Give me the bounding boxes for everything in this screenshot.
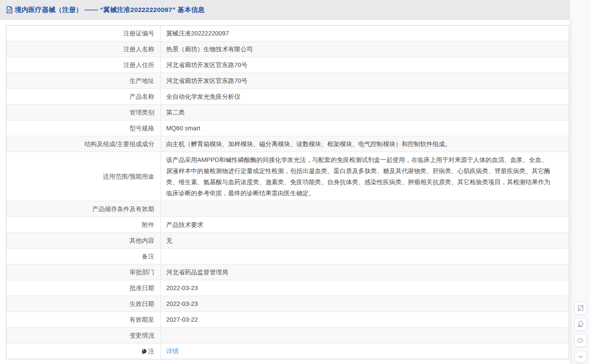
row-value: MQ60 smart — [161, 120, 569, 136]
row-label: 型号规格 — [129, 124, 154, 132]
table-row: 管理类别 第二类 — [6, 105, 569, 120]
row-value — [161, 249, 569, 264]
crop-icon — [577, 304, 584, 312]
detail-link[interactable]: 详情 — [161, 343, 569, 359]
table-row: 结构及组成/主要组成成分 由主机（孵育箱模块、加样模块、磁分离模块、读数模块、框… — [6, 136, 569, 152]
table-row: 注册人住所 河北省廊坊开发区官东路70号 — [6, 57, 569, 73]
table-row: 其他内容 无 — [6, 233, 569, 249]
row-label: 注册人住所 — [123, 61, 155, 69]
row-label: 生产地址 — [129, 77, 154, 85]
row-label: 管理类别 — [129, 109, 154, 117]
table-row: 注册人名称 热景（廊坊）生物技术有限公司 — [6, 41, 569, 57]
row-label: 审批部门 — [129, 268, 154, 276]
table-row: 产品名称 全自动化学发光免疫分析仪 — [6, 89, 569, 105]
row-value: 无 — [161, 233, 569, 248]
table-row: 审批部门 河北省药品监督管理局 — [6, 264, 569, 280]
row-value: 河北省廊坊开发区官东路70号 — [161, 57, 569, 73]
page-title: 境内医疗器械（注册） —— “冀械注准20222220097” 基本信息 — [15, 6, 205, 15]
row-label: 注册人名称 — [123, 45, 155, 53]
row-label: 批准日期 — [129, 284, 154, 292]
table-row: 生效日期 2022-03-23 — [6, 296, 569, 312]
content-card: 注册证编号 冀械注准20222220097 注册人名称 热景（廊坊）生物技术有限… — [0, 20, 570, 364]
row-value: 河北省药品监督管理局 — [161, 264, 569, 280]
table-row: 有效期至 2027-03-22 — [6, 312, 569, 328]
table-row: 注册证编号 冀械注准20222220097 — [6, 26, 569, 41]
row-label: 注册证编号 — [123, 29, 155, 38]
shape-overlay-icon — [577, 337, 584, 344]
info-table: 注册证编号 冀械注准20222220097 注册人名称 热景（廊坊）生物技术有限… — [6, 25, 569, 359]
chevron-down-icon — [577, 353, 584, 360]
row-label: 生效日期 — [129, 300, 154, 308]
row-value: 2022-03-23 — [161, 280, 569, 296]
row-label: 其他内容 — [129, 237, 154, 245]
row-value: 冀械注准20222220097 — [161, 26, 569, 41]
document-icon — [6, 6, 13, 14]
row-value: 产品技术要求 — [161, 217, 569, 232]
table-row: 型号规格 MQ60 smart — [6, 120, 569, 136]
row-label: 产品储存条件及有效期 — [92, 205, 154, 213]
table-row: 生产地址 河北省廊坊开发区官东路70号 — [6, 73, 569, 89]
row-value: 第二类 — [161, 105, 569, 120]
row-label: 适用范围/预期用途 — [103, 173, 154, 181]
row-value: 由主机（孵育箱模块、加样模块、磁分离模块、读数模块、框架模块、电气控制模块）和控… — [161, 136, 569, 152]
shape-overlay-button[interactable] — [574, 334, 587, 347]
row-value: 全自动化学发光免疫分析仪 — [161, 89, 569, 104]
page-header: 境内医疗器械（注册） —— “冀械注准20222220097” 基本信息 — [0, 0, 570, 20]
row-label: 变更情况 — [129, 332, 154, 340]
row-value: 热景（廊坊）生物技术有限公司 — [161, 41, 569, 57]
eraser-button[interactable] — [574, 318, 587, 331]
table-row: 适用范围/预期用途 该产品采用AMPPD和碱性磷酸酶的间接化学发光法，与配套的免… — [6, 152, 569, 201]
collapse-button[interactable] — [574, 350, 587, 363]
row-value: 河北省廊坊开发区官东路70号 — [161, 73, 569, 88]
row-label: 结构及组成/主要组成成分 — [84, 140, 154, 148]
table-row: 变更情况 — [6, 328, 569, 343]
row-value — [161, 201, 569, 217]
row-value — [161, 328, 569, 343]
row-label: 附件 — [142, 221, 154, 229]
float-toolbar — [574, 302, 587, 364]
table-row: 备注 — [6, 249, 569, 264]
table-row: 批准日期 2022-03-23 — [6, 280, 569, 296]
row-label: 备注 — [142, 252, 154, 261]
row-value: 该产品采用AMPPD和碱性磷酸酶的间接化学发光法，与配套的免疫检测试剂盒一起使用… — [161, 152, 569, 201]
row-label: 有效期至 — [129, 316, 154, 324]
row-value: 2022-03-23 — [161, 296, 569, 311]
row-value: 2027-03-22 — [161, 312, 569, 327]
row-label: 注 — [148, 347, 155, 355]
eraser-icon — [577, 320, 584, 328]
crop-button[interactable] — [574, 302, 587, 314]
table-row: 附件 产品技术要求 — [6, 217, 569, 233]
balloon-icon — [141, 349, 147, 355]
table-row: 注 详情 — [6, 343, 569, 359]
table-row: 产品储存条件及有效期 — [6, 201, 569, 217]
row-label: 产品名称 — [129, 93, 154, 101]
